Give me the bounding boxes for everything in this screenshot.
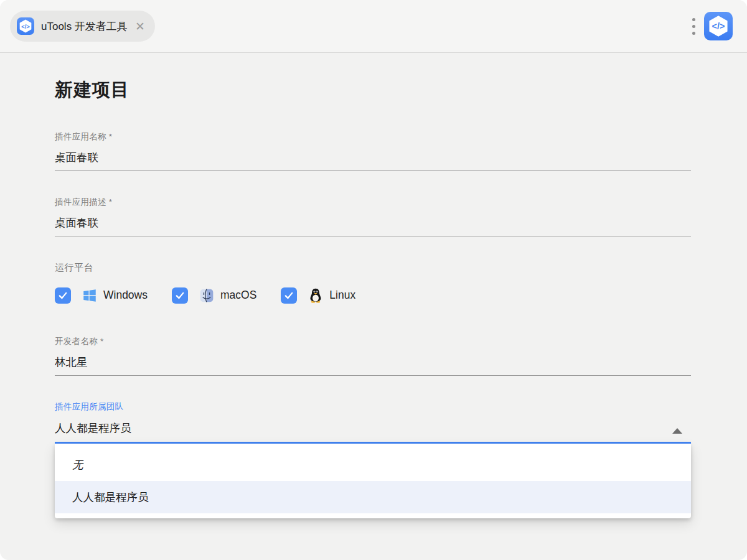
windows-icon xyxy=(81,287,98,304)
team-option-selected[interactable]: 人人都是程序员 xyxy=(55,481,691,513)
team-select-value[interactable]: 人人都是程序员 xyxy=(55,421,691,444)
plugin-description-input[interactable] xyxy=(55,216,691,236)
team-option-none[interactable]: 无 xyxy=(55,449,691,481)
finder-icon xyxy=(198,287,215,304)
platform-item-macos: macOS xyxy=(172,287,256,304)
code-glyph: </> xyxy=(712,21,725,31)
plugin-name-input[interactable] xyxy=(55,151,691,171)
code-glyph: </> xyxy=(21,24,30,30)
platforms-label: 运行平台 xyxy=(55,262,691,274)
plugin-name-label: 插件应用名称 * xyxy=(55,131,691,142)
team-dropdown-panel: 无 人人都是程序员 xyxy=(55,444,691,518)
platform-row: Windows xyxy=(55,287,691,304)
platforms-section: 运行平台 Windows xyxy=(55,262,691,304)
platform-item-linux: Linux xyxy=(281,287,355,304)
developer-name-input[interactable] xyxy=(55,355,691,376)
plugin-description-field: 插件应用描述 * xyxy=(55,197,691,236)
windows-checkbox[interactable] xyxy=(55,287,71,304)
tux-icon xyxy=(307,287,324,304)
developer-name-field: 开发者名称 * xyxy=(55,336,691,376)
plugin-description-label: 插件应用描述 * xyxy=(55,197,691,208)
utools-dev-logo-icon: </> xyxy=(17,17,34,35)
plugin-name-field: 插件应用名称 * xyxy=(55,131,691,171)
new-project-form: 新建项目 插件应用名称 * 插件应用描述 * 运行平台 xyxy=(0,53,747,444)
page-title: 新建项目 xyxy=(55,78,691,103)
plugin-chip: </> uTools 开发者工具 ✕ xyxy=(10,11,155,42)
utools-dev-app-icon: </> xyxy=(704,12,733,40)
plugin-chip-label: uTools 开发者工具 xyxy=(41,19,128,34)
team-select-label: 插件应用所属团队 xyxy=(55,401,691,413)
macos-label: macOS xyxy=(220,289,256,302)
chevron-up-icon[interactable] xyxy=(672,428,682,434)
linux-label: Linux xyxy=(329,289,355,302)
linux-checkbox[interactable] xyxy=(281,287,297,304)
kebab-menu-icon[interactable] xyxy=(688,14,699,39)
platform-item-windows: Windows xyxy=(55,287,148,304)
topbar-right: </> xyxy=(688,12,733,40)
utools-window: </> uTools 开发者工具 ✕ </> 新建项目 插件应用名称 * 插件应… xyxy=(0,0,747,560)
close-icon[interactable]: ✕ xyxy=(135,21,145,32)
team-select-field: 插件应用所属团队 人人都是程序员 无 人人都是程序员 xyxy=(55,401,691,444)
macos-checkbox[interactable] xyxy=(172,287,188,304)
topbar: </> uTools 开发者工具 ✕ </> xyxy=(0,0,747,53)
developer-name-label: 开发者名称 * xyxy=(55,336,691,347)
windows-label: Windows xyxy=(103,289,148,302)
